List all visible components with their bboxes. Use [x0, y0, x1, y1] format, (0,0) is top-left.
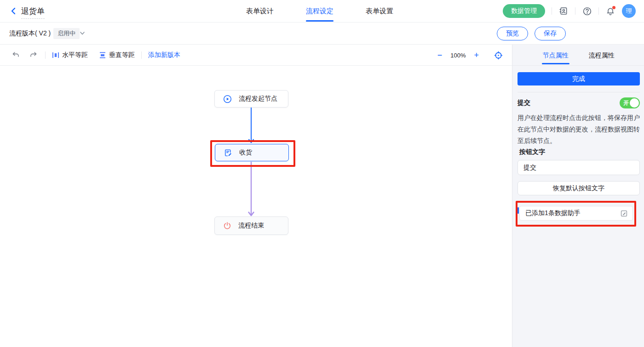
notification-dot — [612, 6, 615, 9]
edit-icon — [620, 210, 628, 217]
crosshair-icon — [494, 51, 503, 60]
version-label: 流程版本( V2 ) — [9, 29, 51, 38]
tab-flow-setting[interactable]: 流程设定 — [306, 0, 334, 22]
horizontal-distribute-button[interactable]: 水平等距 — [52, 51, 88, 59]
button-text-input[interactable] — [518, 160, 640, 175]
locate-center-button[interactable] — [493, 50, 504, 61]
version-actions: 预览 保存 — [497, 27, 566, 40]
chevron-left-icon — [9, 7, 17, 15]
flow-node-receive[interactable]: 收货 — [215, 144, 289, 161]
canvas-toolbar: 水平等距 垂直等距 添加新版本 − 100% + — [0, 45, 512, 66]
button-text-label: 按钮文字 — [519, 148, 640, 156]
divider — [575, 7, 575, 15]
data-manage-button[interactable]: 数据管理 — [503, 4, 545, 18]
flow-node-end[interactable]: 流程结束 — [214, 216, 288, 235]
divider — [141, 51, 142, 59]
flow-node-label: 流程结束 — [238, 222, 264, 230]
redo-icon — [29, 51, 37, 59]
save-button[interactable]: 保存 — [535, 27, 566, 40]
preview-button[interactable]: 预览 — [497, 27, 528, 40]
flow-node-label: 流程发起节点 — [239, 95, 277, 103]
vertical-distribute-icon — [99, 51, 106, 59]
properties-panel: 节点属性 流程属性 完成 提交 开 用户在处理流程时点击此按钮，将保存用户在此节… — [512, 45, 644, 347]
power-icon — [223, 222, 231, 230]
status-badge: 启用中 — [53, 28, 80, 39]
horizontal-distribute-icon — [52, 51, 59, 59]
undo-button[interactable] — [10, 50, 21, 61]
panel-body: 完成 提交 开 用户在处理流程时点击此按钮，将保存用户在此节点中对数据的更改，流… — [518, 66, 640, 215]
zoom-controls: − 100% + — [437, 45, 504, 66]
divider — [598, 7, 599, 15]
zoom-in-button[interactable]: + — [474, 51, 479, 59]
back-button[interactable] — [8, 6, 18, 16]
flow-node-label: 收货 — [239, 148, 252, 157]
play-circle-icon — [223, 95, 232, 103]
tab-form-design[interactable]: 表单设计 — [246, 0, 274, 22]
zoom-out-button[interactable]: − — [437, 51, 443, 59]
connector-start-to-receive — [247, 107, 256, 144]
flow-node-start[interactable]: 流程发起节点 — [214, 90, 288, 108]
chevron-down-icon[interactable] — [79, 30, 86, 38]
zoom-level: 100% — [450, 52, 466, 59]
data-assistant-label: 已添加1条数据助手 — [525, 209, 581, 217]
restore-default-button[interactable]: 恢复默认按钮文字 — [518, 181, 640, 195]
submit-description: 用户在处理流程时点击此按钮，将保存用户在此节点中对数据的更改，流程数据视图转至后… — [518, 112, 640, 147]
app-root: 退货单 表单设计 流程设定 表单设置 数据管理 — [0, 0, 644, 347]
flow-canvas[interactable]: 流程发起节点 收货 流程结束 — [0, 66, 512, 347]
redo-button[interactable] — [28, 50, 39, 61]
submit-setting-row: 提交 开 — [518, 97, 640, 108]
data-assistant-row[interactable]: 已添加1条数据助手 — [519, 206, 633, 221]
page-title[interactable]: 退货单 — [21, 6, 45, 19]
tab-flow-properties[interactable]: 流程属性 — [589, 45, 615, 66]
panel-tabs: 节点属性 流程属性 — [512, 45, 644, 66]
toggle-knob — [630, 98, 639, 108]
divider — [552, 7, 552, 15]
header-right-controls: 数据管理 — [503, 0, 636, 22]
toggle-on-label: 开 — [623, 99, 629, 107]
version-bar: 流程版本( V2 ) 启用中 预览 保存 — [0, 23, 644, 45]
submit-toggle[interactable]: 开 — [620, 97, 640, 108]
complete-button[interactable]: 完成 — [518, 72, 640, 85]
vertical-distribute-label: 垂直等距 — [109, 51, 135, 59]
vertical-distribute-button[interactable]: 垂直等距 — [99, 51, 135, 59]
avatar[interactable]: 理 — [622, 4, 636, 18]
tab-node-properties[interactable]: 节点属性 — [543, 45, 569, 66]
form-edit-icon — [224, 148, 232, 157]
connector-receive-to-end — [247, 162, 256, 217]
tab-form-setting[interactable]: 表单设置 — [366, 0, 393, 22]
top-header: 退货单 表单设计 流程设定 表单设置 数据管理 — [0, 0, 644, 23]
notification-bell-icon[interactable] — [605, 6, 615, 16]
undo-icon — [12, 51, 20, 59]
submit-label: 提交 — [518, 99, 530, 107]
section-accent-bar — [518, 207, 519, 214]
add-new-version-button[interactable]: 添加新版本 — [148, 51, 180, 59]
contacts-book-icon[interactable] — [558, 6, 569, 16]
divider — [45, 51, 46, 59]
horizontal-distribute-label: 水平等距 — [62, 51, 88, 59]
divider — [518, 92, 640, 92]
main-tabs: 表单设计 流程设定 表单设置 — [230, 0, 409, 22]
help-icon[interactable] — [582, 6, 592, 16]
